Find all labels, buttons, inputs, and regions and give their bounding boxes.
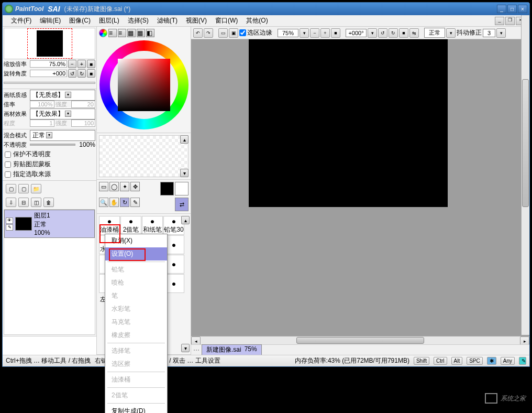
swap-colors-button[interactable]: ⇄ — [175, 198, 189, 211]
menu-file[interactable]: 文件(F) — [7, 15, 36, 26]
rotation-value[interactable]: +000 — [30, 70, 67, 77]
brush-scroll-up[interactable]: ▴ — [181, 216, 190, 224]
paper-effect-dropdown[interactable]: 【无效果】▾ — [30, 108, 95, 119]
eyedropper-tool[interactable]: ✎ — [130, 198, 140, 207]
layer-visible-icon[interactable]: 👁 — [6, 218, 13, 224]
maximize-button[interactable]: □ — [507, 5, 517, 13]
canvas-flip[interactable]: ⇋ — [409, 28, 419, 38]
color-wheel[interactable] — [99, 40, 189, 129]
color-wheel-tab[interactable] — [99, 29, 107, 37]
brush-scroll-down[interactable]: ▾ — [181, 344, 190, 352]
new-folder-button[interactable]: 📁 — [31, 184, 41, 193]
menu-other[interactable]: 其他(O) — [242, 15, 272, 26]
rotation-slider[interactable] — [4, 82, 95, 84]
layer-item[interactable]: 👁 ✎ 图层1 正常 100% — [4, 210, 95, 238]
selection-edge-checkbox[interactable] — [239, 29, 246, 36]
canvas-zoom-in[interactable]: + — [320, 28, 330, 38]
rotate-tool[interactable]: ↻ — [120, 198, 129, 207]
canvas-zoom-field[interactable]: 75% — [278, 29, 298, 37]
menu-layer[interactable]: 图层(L) — [95, 15, 124, 26]
color-swatch-tab[interactable]: ▦ — [137, 29, 145, 37]
transfer-down-button[interactable]: ⇩ — [6, 198, 16, 207]
menu-select[interactable]: 选择(S) — [124, 15, 153, 26]
layer-edit-icon[interactable]: ✎ — [6, 224, 13, 231]
clipping-mask-checkbox[interactable] — [5, 161, 11, 168]
opacity-slider[interactable] — [30, 144, 75, 146]
zoom-in-button[interactable]: + — [77, 60, 86, 68]
stabilizer-field[interactable]: 正常 — [424, 28, 445, 38]
fg-color-swatch[interactable] — [160, 182, 174, 195]
texture-scroll-down[interactable]: ▾ — [180, 169, 189, 177]
menu-image[interactable]: 图像(C) — [65, 15, 95, 26]
undo-button[interactable]: ↶ — [193, 28, 203, 38]
texture-scroll-up[interactable]: ▴ — [180, 135, 189, 144]
canvas-document[interactable] — [249, 39, 448, 207]
color-square[interactable] — [118, 59, 170, 111]
paper-feel-dropdown[interactable]: 【无质感】▾ — [30, 90, 95, 101]
redo-button[interactable]: ↷ — [204, 28, 213, 38]
context-item[interactable]: 复制生成(D) — [105, 405, 167, 413]
protect-opacity-checkbox[interactable] — [5, 151, 11, 158]
color-scratch-tab[interactable]: ◧ — [146, 29, 154, 37]
move-tool[interactable]: ✥ — [130, 182, 140, 191]
navigator-preview[interactable] — [4, 28, 95, 59]
zoom-reset-button[interactable]: ■ — [87, 60, 95, 68]
canvas-rotate-reset[interactable]: ■ — [399, 28, 408, 38]
document-tab[interactable]: 新建图像.sai 75% — [202, 344, 262, 355]
vertical-scrollbar[interactable] — [521, 27, 529, 335]
tremor-dd[interactable]: ▾ — [496, 28, 506, 38]
deselect-button[interactable]: ▭ — [218, 28, 228, 38]
color-mixer-tab[interactable]: ▦ — [127, 29, 136, 37]
titlebar[interactable]: PaintTool SAI (未保存)新建图像.sai (*) _ □ × — [3, 3, 529, 15]
layer-list[interactable]: 👁 ✎ 图层1 正常 100% — [4, 209, 95, 335]
bg-color-swatch[interactable] — [175, 182, 189, 195]
new-linework-button[interactable]: ▢ — [18, 184, 29, 193]
menu-filter[interactable]: 滤镜(T) — [153, 15, 182, 26]
merge-down-button[interactable]: ⊟ — [18, 198, 29, 207]
canvas-zoom-dd[interactable]: ▾ — [300, 28, 309, 38]
close-button[interactable]: × — [518, 5, 527, 13]
canvas-zoom-out[interactable]: − — [310, 28, 319, 38]
selection-source-checkbox[interactable] — [5, 171, 11, 178]
new-layer-button[interactable]: ▢ — [6, 184, 16, 193]
hand-tool[interactable]: ✋ — [109, 198, 119, 207]
rotate-reset-button[interactable]: ■ — [87, 69, 95, 78]
canvas-viewport[interactable] — [191, 39, 529, 336]
minimize-button[interactable]: _ — [497, 5, 506, 13]
canvas-rotate-cw[interactable]: ↻ — [389, 28, 398, 38]
zoom-tool[interactable]: 🔍 — [99, 198, 108, 207]
delete-layer-button[interactable]: 🗑 — [43, 198, 54, 207]
brush-context-menu[interactable]: 取消(X)设置(O)铅笔喷枪笔水彩笔马克笔橡皮擦选择笔选区擦油漆桶2值笔复制生成… — [105, 234, 168, 413]
tremor-field[interactable]: 3 — [483, 29, 495, 37]
canvas-zoom-fit[interactable]: ■ — [331, 28, 340, 38]
brush-cell[interactable]: ●油漆桶 — [99, 216, 120, 235]
select-rect-tool[interactable]: ▭ — [99, 182, 108, 191]
canvas-rotate-ccw[interactable]: ↺ — [378, 28, 387, 38]
color-rgb-tab[interactable]: ≡ — [108, 29, 117, 37]
color-hsv-tab[interactable]: ≡ — [118, 29, 126, 37]
clear-layer-button[interactable]: ◫ — [31, 198, 41, 207]
context-item[interactable]: 取消(X) — [105, 234, 167, 247]
zoom-value[interactable]: 75.0% — [30, 60, 67, 68]
menu-edit[interactable]: 编辑(E) — [36, 15, 65, 26]
context-item[interactable]: 设置(O) — [105, 247, 167, 260]
zoom-out-button[interactable]: − — [68, 60, 76, 68]
left-panels: 缩放倍率 75.0% − + ■ 旋转角度 +000 ↺ ↻ ■ 画纸质感 — [3, 27, 97, 355]
mdi-restore[interactable]: ❐ — [505, 17, 515, 25]
invert-sel-button[interactable]: ▣ — [229, 28, 238, 38]
menu-view[interactable]: 视图(V) — [182, 15, 211, 26]
horizontal-scrollbar[interactable]: ◂ ▸ — [191, 336, 529, 344]
blend-mode-dropdown[interactable]: 正常▾ — [30, 130, 95, 141]
canvas-angle-field[interactable]: +000° — [346, 29, 367, 37]
rotate-cw-button[interactable]: ↻ — [77, 69, 86, 78]
rotate-ccw-button[interactable]: ↺ — [68, 69, 76, 78]
brush-cell[interactable]: ●和纸笔 — [142, 216, 163, 235]
mdi-minimize[interactable]: _ — [495, 17, 504, 25]
stabilizer-dd[interactable]: ▾ — [446, 28, 456, 38]
lasso-tool[interactable]: ◯ — [109, 182, 119, 191]
canvas-angle-dd[interactable]: ▾ — [368, 28, 377, 38]
magic-wand-tool[interactable]: ✦ — [120, 182, 129, 191]
menu-window[interactable]: 窗口(W) — [211, 15, 242, 26]
color-panel: ≡ ≡ ▦ ▦ ◧ — [97, 27, 191, 133]
brush-cell[interactable]: ●2值笔 — [120, 216, 141, 235]
